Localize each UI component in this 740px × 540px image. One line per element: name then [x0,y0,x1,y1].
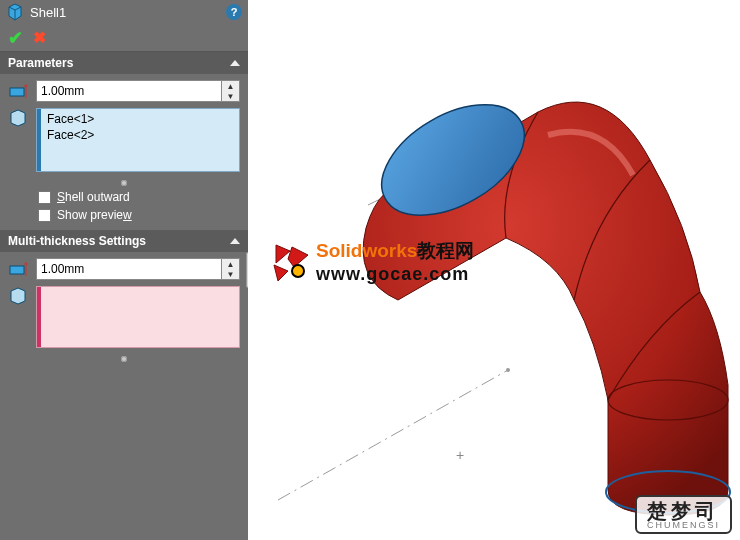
drag-dot-icon [121,356,127,362]
multi-faces-list[interactable] [36,286,240,348]
thickness-row: ▲ ▼ [8,80,240,102]
multi-thickness-spinner: ▲ ▼ [36,258,240,280]
collapse-icon [230,60,240,66]
section-parameters-title: Parameters [8,56,73,70]
drag-dot-icon [121,180,127,186]
svg-rect-0 [10,88,24,96]
thickness-spinner: ▲ ▼ [36,80,240,102]
shell-outward-checkbox[interactable]: Shell outward [8,188,240,206]
multi-thickness-spin-buttons: ▲ ▼ [222,258,240,280]
section-multi-title: Multi-thickness Settings [8,234,146,248]
faces-icon [8,286,30,306]
show-preview-checkbox[interactable]: Show preview [8,206,240,224]
multi-thickness-up-button[interactable]: ▲ [222,259,239,269]
property-panel: Shell1 ? ✔ ✖ Parameters ▲ ▼ [0,0,248,540]
multi-thickness-row: ▲ ▼ [8,258,240,280]
thickness-icon [8,258,30,278]
thickness-up-button[interactable]: ▲ [222,81,239,91]
section-multi-header[interactable]: Multi-thickness Settings [0,230,248,252]
multi-faces-row [8,286,240,348]
list-item[interactable]: Face<1> [37,111,239,127]
collapse-icon [230,238,240,244]
feature-title-row: Shell1 ? [0,0,248,24]
thickness-down-button[interactable]: ▼ [222,91,239,101]
section-multi-body: ▲ ▼ [0,252,248,370]
section-parameters-header[interactable]: Parameters [0,52,248,74]
list-item[interactable]: Face<2> [37,127,239,143]
cancel-button[interactable]: ✖ [33,28,46,47]
thickness-icon [8,80,30,100]
faces-row: Face<1> Face<2> [8,108,240,172]
ok-button[interactable]: ✔ [8,27,23,49]
feature-name: Shell1 [30,5,220,20]
thickness-input[interactable] [36,80,222,102]
svg-rect-1 [10,266,24,274]
svg-point-2 [506,368,510,372]
checkbox-box-icon [38,191,51,204]
shell-feature-icon [6,3,24,21]
faces-icon [8,108,30,128]
section-parameters-body: ▲ ▼ Face<1> Face<2> Shell outward [0,74,248,230]
checkbox-box-icon [38,209,51,222]
multi-thickness-down-button[interactable]: ▼ [222,269,239,279]
show-preview-label: Show preview [57,208,132,222]
graphics-viewport[interactable]: + Solidworks教程网 www.gocae.com 楚梦司 CHUMEN… [248,0,740,540]
shell-outward-label: Shell outward [57,190,130,204]
confirm-row: ✔ ✖ [0,24,248,52]
faces-list[interactable]: Face<1> Face<2> [36,108,240,172]
thickness-spin-buttons: ▲ ▼ [222,80,240,102]
help-icon[interactable]: ? [226,4,242,20]
multi-thickness-input[interactable] [36,258,222,280]
model-3d [248,0,740,540]
